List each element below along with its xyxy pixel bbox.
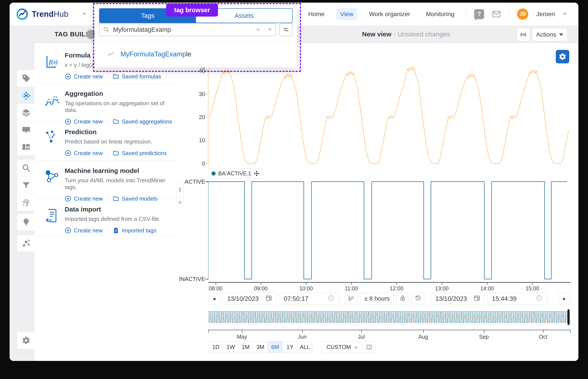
tag-browser-panel: TagsAssets tag browser ✕ MyFormulaTagExa… [95, 4, 297, 67]
help-button[interactable]: ? [474, 9, 484, 19]
range-button-1w[interactable]: 1W [223, 341, 238, 353]
live-broadcast-button[interactable] [517, 28, 530, 41]
link-create-new[interactable]: Create new [65, 73, 103, 80]
tune-icon [282, 26, 289, 33]
search-input[interactable] [113, 26, 252, 33]
link-saved-formulas[interactable]: Saved formulas [113, 73, 161, 80]
workspace-caret-icon[interactable] [82, 13, 86, 15]
analog-series-plot[interactable] [208, 66, 571, 166]
sidebar-item-tag[interactable] [17, 70, 35, 87]
view-title: New view [362, 31, 391, 38]
custom-range-button[interactable]: CUSTOM [322, 341, 363, 353]
timeline-minimap[interactable] [208, 310, 571, 324]
clear-search-icon[interactable]: ✕ [252, 26, 264, 33]
digital-level-label: INACTIVE [170, 276, 205, 283]
zoom-range-group: 1D1W1M3M6M1YALL [208, 341, 312, 353]
month-tick-mark [361, 330, 362, 333]
view-status: - Unsaved changes [394, 31, 450, 38]
range-button-6m[interactable]: 6M [268, 341, 282, 353]
sidebar-item-search[interactable] [17, 159, 35, 176]
folder-icon [113, 73, 119, 80]
sidebar-item-layers[interactable] [17, 104, 35, 121]
duration-button[interactable]: ± 8 hours [360, 293, 394, 305]
fit-view-button[interactable] [363, 341, 375, 353]
aggregation-section-icon [44, 92, 61, 108]
actions-label: Actions [536, 31, 556, 38]
actions-button[interactable]: Actions [532, 28, 567, 41]
nav-item-work-organizer[interactable]: Work organizer [365, 8, 414, 20]
start-date-field[interactable]: 13/10/2023 [223, 293, 277, 305]
divider [108, 149, 108, 157]
time-tick-label: 15:00 [519, 285, 545, 292]
link-saved-predictions[interactable]: Saved predictions [113, 150, 167, 157]
history-button[interactable] [412, 293, 424, 305]
panel-close-icon[interactable]: ✕ [176, 198, 184, 207]
bulb-icon [22, 218, 31, 226]
folder-icon [113, 150, 119, 156]
time-tick-label: 11:00 [338, 285, 364, 292]
sidebar-item-bulb[interactable] [17, 214, 35, 231]
avatar[interactable]: JB [517, 9, 528, 20]
link-create-new[interactable]: Create new [65, 150, 103, 157]
time-tick-mark [397, 283, 397, 285]
end-date-field[interactable]: 13/10/2023 [431, 293, 485, 305]
panel-splitter[interactable]: ‖ ✕ [176, 182, 184, 207]
user-caret-icon[interactable] [563, 13, 567, 15]
search-filter-button[interactable] [279, 23, 293, 36]
chart-settings-button[interactable] [556, 50, 569, 63]
link-create-new[interactable]: Create new [65, 227, 103, 234]
range-button-1y[interactable]: 1Y [282, 341, 297, 353]
builder-section-machine-learning-model: Machine learning modelTurn your AI/ML mo… [35, 160, 179, 199]
ml-section-icon [44, 169, 61, 185]
time-tick-mark [532, 283, 533, 285]
sidebar-item-comment[interactable] [17, 121, 35, 138]
move-icon[interactable] [254, 171, 260, 176]
rail-group [17, 159, 35, 211]
nav-item-monitoring[interactable]: Monitoring [422, 8, 458, 20]
digital-series-plot[interactable] [208, 179, 571, 283]
end-time-field[interactable]: 15:44:39 [487, 293, 547, 305]
import-section-icon [44, 207, 61, 224]
sidebar-item-fingerprint[interactable] [17, 194, 35, 211]
nodes-icon [22, 239, 31, 248]
range-button-all[interactable]: ALL [297, 341, 312, 353]
y-tick-mark [205, 94, 208, 94]
range-button-3m[interactable]: 3M [253, 341, 268, 353]
history-icon [415, 295, 421, 303]
nav-item-home[interactable]: Home [304, 8, 328, 20]
range-button-1m[interactable]: 1M [238, 341, 253, 353]
gear-icon [22, 336, 31, 345]
panel-info-icon[interactable] [86, 30, 95, 39]
legend-chip[interactable]: BA:ACTIVE.1 [208, 168, 263, 178]
range-button-1d[interactable]: 1D [208, 341, 223, 353]
link-imported-tags[interactable]: Imported tags [113, 227, 156, 234]
month-tick-mark [423, 330, 424, 333]
tag-search-field[interactable]: ✕ [99, 23, 276, 36]
search-result-item[interactable]: MyFormulaTagExample [95, 42, 297, 66]
start-time-field[interactable]: 07:50:17 [279, 293, 339, 305]
formula-icon [22, 91, 31, 100]
pan-left-button[interactable]: ◂ [208, 293, 220, 305]
sidebar-item-formula[interactable] [17, 87, 35, 104]
broadcast-icon [520, 31, 527, 38]
search-dropdown-caret[interactable] [264, 24, 276, 36]
splitter-grip-icon[interactable]: ‖ [176, 182, 184, 198]
lock-range-button[interactable] [396, 293, 409, 305]
sidebar-item-funnel[interactable] [17, 176, 35, 194]
sidebar-item-nodes[interactable] [17, 235, 35, 252]
result-text: MyFormulaTagExample [121, 50, 191, 58]
compare-scales-button[interactable] [345, 293, 357, 305]
month-label: Oct [530, 334, 556, 340]
search-icon [103, 26, 109, 33]
sidebar-item-settings[interactable] [17, 332, 35, 349]
pan-right-button[interactable]: ▸ [558, 293, 571, 305]
rail-group [17, 213, 35, 231]
sidebar-item-layout[interactable] [17, 138, 35, 156]
link-label: Saved predictions [122, 150, 167, 157]
link-label: Saved formulas [122, 73, 161, 80]
mail-button[interactable] [492, 10, 501, 19]
minimap-handle[interactable] [568, 309, 570, 325]
nav-item-view[interactable]: View [336, 8, 357, 20]
section-title: Prediction [65, 128, 175, 136]
month-axis-end-tick [208, 330, 209, 333]
